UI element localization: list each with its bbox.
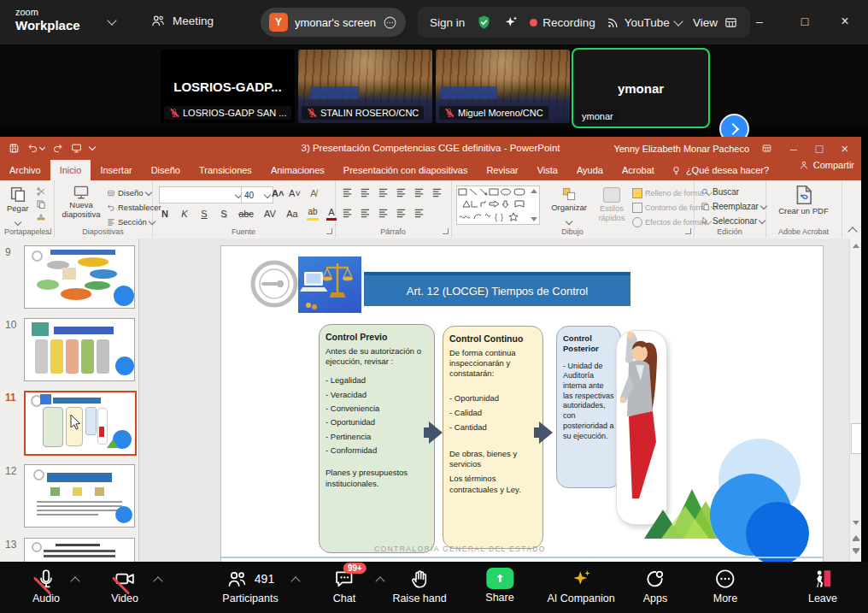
thumbnail-slide-13[interactable] xyxy=(24,538,135,562)
raise-hand-button[interactable]: Raise hand xyxy=(392,568,446,604)
video-chevron-icon[interactable] xyxy=(153,576,162,586)
dialog-launcher-icon[interactable] xyxy=(443,228,449,234)
window-close-button[interactable]: × xyxy=(830,14,859,29)
bullets-icon[interactable] xyxy=(342,187,353,198)
font-name-select[interactable] xyxy=(159,186,244,203)
video-tile-miguel[interactable]: Miguel Moreno/CNC xyxy=(436,50,570,123)
tab-insertar[interactable]: Insertar xyxy=(91,160,141,180)
grow-font-button[interactable]: A˄ xyxy=(272,188,284,198)
cut-icon[interactable] xyxy=(36,186,46,197)
scroll-down-icon[interactable] xyxy=(853,521,859,525)
align-left-icon[interactable] xyxy=(342,208,353,219)
section-menu[interactable]: Sección xyxy=(107,217,155,227)
slide-canvas[interactable]: Art. 12 (LOCGE) Tiempos de Control Contr… xyxy=(138,239,849,562)
gallery-down-icon[interactable] xyxy=(531,217,537,221)
shapes-gallery[interactable]: { } xyxy=(456,186,540,225)
share-button[interactable]: Share xyxy=(485,568,513,604)
columns-icon[interactable] xyxy=(431,187,443,198)
align-right-icon[interactable] xyxy=(378,208,389,219)
bold-button[interactable]: N xyxy=(159,209,171,219)
text-direction-icon[interactable] xyxy=(413,208,425,219)
shrink-font-button[interactable]: A˅ xyxy=(289,188,301,198)
ppt-close-button[interactable]: × xyxy=(834,141,856,156)
arrange-button[interactable]: Organizar xyxy=(547,186,591,227)
clear-format-button[interactable]: A̸ xyxy=(308,188,320,198)
replace-menu[interactable]: Reemplazar xyxy=(701,202,766,211)
view-button[interactable]: View xyxy=(693,15,738,30)
ai-companion-button[interactable]: AI Companion xyxy=(547,568,614,604)
tab-vista[interactable]: Vista xyxy=(528,160,567,180)
dialog-launcher-icon[interactable] xyxy=(685,228,691,234)
window-minimize-button[interactable]: – xyxy=(745,15,774,28)
change-case-button[interactable]: Aa xyxy=(285,209,299,219)
participants-chevron-icon[interactable] xyxy=(290,576,300,586)
leave-button[interactable]: Leave xyxy=(808,568,837,604)
tab-meeting[interactable]: Meeting xyxy=(150,13,214,28)
copy-icon[interactable] xyxy=(36,199,46,209)
slide-title-banner[interactable]: Art. 12 (LOCGE) Tiempos de Control xyxy=(364,272,630,306)
video-tile-ymonar-active[interactable]: ymonar ymonar xyxy=(572,48,710,128)
control-posterior-box[interactable]: Control Posterior - Unidad de Auditoría … xyxy=(556,326,621,488)
ai-sparkle-icon[interactable] xyxy=(503,15,519,30)
more-button[interactable]: More xyxy=(713,568,737,604)
tab-diseno[interactable]: Diseño xyxy=(142,160,190,180)
tab-revisar[interactable]: Revisar xyxy=(477,160,527,180)
design-menu[interactable]: Diseño xyxy=(107,188,151,197)
strikethrough-button[interactable]: abc xyxy=(238,209,255,219)
video-tile-stalin[interactable]: STALIN ROSERO/CNC xyxy=(298,50,432,123)
ribbon-display-options-icon[interactable] xyxy=(761,143,772,154)
paste-button[interactable]: Pegar xyxy=(7,185,28,228)
workspace-chevron-down-icon[interactable] xyxy=(107,15,116,25)
increase-indent-icon[interactable] xyxy=(396,187,407,198)
create-pdf-button[interactable]: Crear un PDF xyxy=(765,184,842,215)
ellipsis-circle-icon[interactable] xyxy=(383,15,397,30)
participants-button[interactable]: 491 Participants xyxy=(222,568,278,604)
format-painter-icon[interactable] xyxy=(36,212,46,222)
numbering-icon[interactable] xyxy=(360,187,371,198)
current-slide[interactable]: Art. 12 (LOCGE) Tiempos de Control Contr… xyxy=(220,245,824,562)
screen-share-pill[interactable]: Y ymonar's screen xyxy=(261,8,406,37)
decrease-indent-icon[interactable] xyxy=(378,187,389,198)
tab-ayuda[interactable]: Ayuda xyxy=(567,160,613,180)
youtube-live-menu[interactable]: YouTube xyxy=(607,16,682,29)
chat-button[interactable]: 99+ Chat xyxy=(333,568,355,604)
dialog-launcher-icon[interactable] xyxy=(45,228,51,234)
video-tile-losrios[interactable]: LOSRIOS-GADP... LOSRIOS-GADP SAN ... xyxy=(161,50,295,123)
find-button[interactable]: Buscar xyxy=(701,187,739,197)
thumbnail-slide-10[interactable] xyxy=(24,318,135,381)
dialog-launcher-icon[interactable] xyxy=(326,228,332,234)
new-slide-button[interactable]: Nueva diapositiva xyxy=(59,184,103,220)
tab-animaciones[interactable]: Animaciones xyxy=(261,160,334,180)
shadow-button[interactable]: S xyxy=(218,209,230,219)
audio-button[interactable]: Audio xyxy=(32,568,60,604)
scrollbar-thumb[interactable] xyxy=(851,423,861,454)
control-continuo-box[interactable]: Control Continuo De forma continua inspe… xyxy=(443,326,543,549)
compartir-button[interactable]: Compartir xyxy=(799,160,854,170)
recording-indicator[interactable]: Recording xyxy=(530,16,595,29)
audio-chevron-icon[interactable] xyxy=(70,576,79,586)
scroll-up-icon[interactable] xyxy=(853,244,859,248)
tab-acrobat[interactable]: Acrobat xyxy=(613,160,664,180)
security-shield-icon[interactable] xyxy=(476,15,492,31)
video-button[interactable]: Video xyxy=(111,568,138,604)
ppt-minimize-button[interactable]: – xyxy=(783,142,805,156)
ppt-restore-button[interactable]: □ xyxy=(808,142,830,156)
thumbnail-slide-12[interactable] xyxy=(24,464,135,528)
char-spacing-button[interactable]: AV xyxy=(262,209,278,219)
apps-button[interactable]: Apps xyxy=(643,568,668,604)
tab-inicio[interactable]: Inicio xyxy=(50,160,91,180)
window-maximize-button[interactable]: □ xyxy=(790,15,819,28)
control-previo-box[interactable]: Control Previo Antes de su autorización … xyxy=(319,324,435,553)
vertical-scrollbar[interactable] xyxy=(849,239,861,562)
next-slide-icon[interactable] xyxy=(853,550,859,554)
font-size-select[interactable]: 40 xyxy=(241,186,273,203)
select-menu[interactable]: Seleccionar xyxy=(701,216,765,226)
tab-transiciones[interactable]: Transiciones xyxy=(190,160,261,180)
line-spacing-icon[interactable] xyxy=(413,187,425,198)
gallery-up-icon[interactable] xyxy=(531,189,537,193)
align-center-icon[interactable] xyxy=(360,208,371,219)
italic-button[interactable]: K xyxy=(179,209,191,219)
tab-archivo[interactable]: Archivo xyxy=(0,160,50,180)
collapse-ribbon-icon[interactable] xyxy=(847,227,857,236)
tell-me-box[interactable]: ¿Qué desea hacer? xyxy=(664,160,776,180)
